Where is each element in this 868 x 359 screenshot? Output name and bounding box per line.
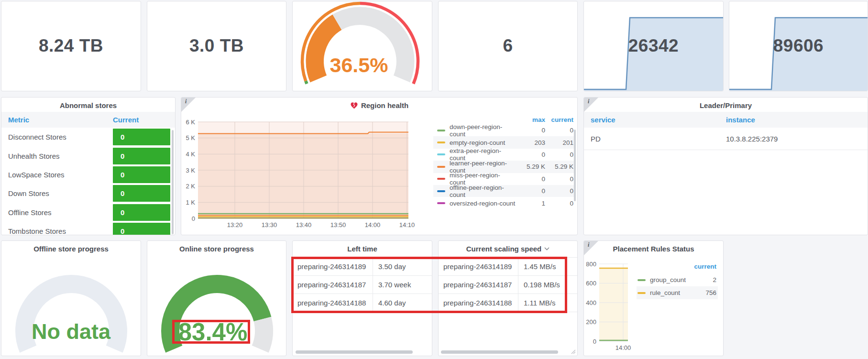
- status-cell: 0: [113, 223, 170, 235]
- col-service[interactable]: service: [584, 116, 726, 124]
- status-cell: 0: [113, 148, 170, 164]
- storage-usage-value: 36.5%: [293, 54, 432, 77]
- panel-abnormal-stores: Abnormal stores Metric Current Disconnec…: [1, 97, 176, 235]
- svg-text:14:00: 14:00: [365, 221, 381, 228]
- panel-storage-size: 3.0 TB: [147, 1, 286, 91]
- panel-storage-capacity: 8.24 TB: [1, 1, 141, 91]
- status-cell: 0: [113, 129, 170, 145]
- svg-text:0: 0: [192, 215, 195, 222]
- legend-col-current[interactable]: current: [637, 263, 718, 273]
- offline-progress-value: No data: [1, 319, 141, 344]
- offline-progress-title[interactable]: Offline store progress: [1, 245, 141, 253]
- legend-item[interactable]: group_count 2: [637, 273, 718, 286]
- panel-region-count: 26342: [583, 1, 724, 91]
- legend-item[interactable]: down-peer-region-count 0 0: [433, 124, 575, 136]
- legend-item[interactable]: offline-peer-region-count 0 0: [433, 185, 575, 197]
- legend-item[interactable]: miss-peer-region-count 0 0: [433, 173, 575, 185]
- scaling-speed-title[interactable]: Current scaling speed: [439, 245, 577, 253]
- panel-stores-count: 6: [438, 1, 578, 91]
- series-swatch: [437, 178, 445, 180]
- svg-text:13:30: 13:30: [262, 221, 277, 228]
- leader-primary-title[interactable]: Leader/Primary: [584, 101, 868, 109]
- placement-rules-legend: current group_count 2 rule_count 756: [637, 263, 718, 299]
- svg-text:600: 600: [586, 280, 596, 287]
- scrollbar[interactable]: [574, 130, 576, 201]
- leader-primary-header: service instance: [584, 112, 868, 128]
- series-swatch: [637, 292, 646, 294]
- abnormal-stores-header: Metric Current: [1, 112, 175, 128]
- legend-col-max[interactable]: max: [516, 116, 545, 123]
- series-swatch: [437, 190, 445, 192]
- legend-item[interactable]: learner-peer-region-count 5.29 K 5.29 K: [433, 161, 575, 173]
- svg-text:800: 800: [586, 261, 596, 268]
- svg-text:14:00: 14:00: [615, 344, 631, 351]
- chevron-down-icon: [544, 247, 549, 250]
- series-swatch: [437, 202, 445, 204]
- col-instance[interactable]: instance: [726, 116, 755, 124]
- annotation-box-tables: [291, 257, 567, 313]
- stores-count-value: 6: [439, 36, 577, 56]
- scrollbar[interactable]: [172, 130, 174, 234]
- table-row: Tombstone Stores 0: [1, 222, 175, 235]
- svg-text:200: 200: [586, 318, 596, 326]
- panel-leader-count: 89606: [729, 1, 868, 91]
- svg-text:1 K: 1 K: [186, 199, 195, 206]
- panel-leader-primary: i Leader/Primary service instance PD 10.…: [583, 97, 868, 235]
- svg-text:13:40: 13:40: [296, 221, 312, 228]
- table-row: Offline Stores 0: [1, 203, 175, 222]
- legend-col-current[interactable]: current: [545, 116, 575, 123]
- legend-item[interactable]: empty-region-count 203 201: [433, 136, 575, 148]
- legend-item[interactable]: oversized-region-count 1 0: [433, 197, 575, 209]
- table-row: PD 10.3.8.225:2379: [584, 128, 868, 150]
- table-row: Unhealth Stores 0: [1, 146, 175, 165]
- svg-text:5 K: 5 K: [186, 134, 195, 141]
- svg-text:3 K: 3 K: [186, 167, 195, 174]
- leader-count-value: 89606: [729, 36, 868, 56]
- status-cell: 0: [113, 166, 170, 183]
- svg-text:14:10: 14:10: [399, 221, 415, 228]
- status-cell: 0: [113, 185, 170, 202]
- table-row: Down Stores 0: [1, 184, 175, 203]
- usage-gauge: [293, 1, 432, 91]
- series-swatch: [437, 130, 445, 131]
- series-swatch: [437, 141, 445, 143]
- svg-text:400: 400: [586, 299, 596, 306]
- region-health-title[interactable]: Region health: [181, 101, 577, 109]
- panel-offline-store-progress: Offline store progress No data: [1, 240, 141, 356]
- storage-capacity-value: 8.24 TB: [1, 36, 141, 56]
- svg-text:2 K: 2 K: [186, 183, 195, 190]
- series-swatch: [637, 279, 646, 281]
- placement-rules-title[interactable]: Placement Rules Status: [584, 245, 723, 253]
- region-count-value: 26342: [584, 36, 723, 56]
- col-metric[interactable]: Metric: [1, 116, 113, 124]
- svg-text:6 K: 6 K: [186, 119, 195, 126]
- svg-text:13:20: 13:20: [227, 221, 243, 228]
- col-current[interactable]: Current: [113, 116, 139, 124]
- scrollbar[interactable]: [441, 350, 558, 354]
- table-row: Disconnect Stores 0: [1, 128, 175, 146]
- table-row: LowSpace Stores 0: [1, 165, 175, 184]
- legend-item[interactable]: extra-peer-region-count 0 0: [433, 149, 575, 161]
- panel-placement-rules: i Placement Rules Status 800 600 400 200…: [583, 240, 724, 356]
- dashboard: 8.24 TB 3.0 TB 36.5% 6 26342 89606: [0, 0, 868, 359]
- abnormal-stores-title[interactable]: Abnormal stores: [1, 101, 175, 109]
- resize-handle-icon[interactable]: [570, 348, 576, 354]
- series-swatch: [437, 153, 445, 155]
- status-cell: 0: [113, 204, 170, 221]
- broken-heart-icon: [350, 102, 358, 109]
- online-progress-title[interactable]: Online store progress: [147, 245, 286, 253]
- panel-region-health: i Region health: [181, 97, 578, 235]
- annotation-box-online-progress: [172, 320, 250, 344]
- region-health-legend: max current down-peer-region-count 0 0 e…: [433, 115, 575, 209]
- svg-text:4 K: 4 K: [186, 151, 195, 158]
- scrollbar[interactable]: [296, 350, 413, 354]
- legend-item[interactable]: rule_count 756: [637, 286, 718, 299]
- svg-text:0: 0: [593, 338, 596, 345]
- panel-storage-usage-gauge: 36.5%: [292, 1, 432, 91]
- abnormal-stores-rows: Disconnect Stores 0 Unhealth Stores 0 Lo…: [1, 128, 175, 235]
- storage-size-value: 3.0 TB: [147, 36, 286, 56]
- series-swatch: [437, 166, 445, 168]
- left-time-title[interactable]: Left time: [293, 245, 432, 253]
- svg-text:13:50: 13:50: [330, 221, 346, 228]
